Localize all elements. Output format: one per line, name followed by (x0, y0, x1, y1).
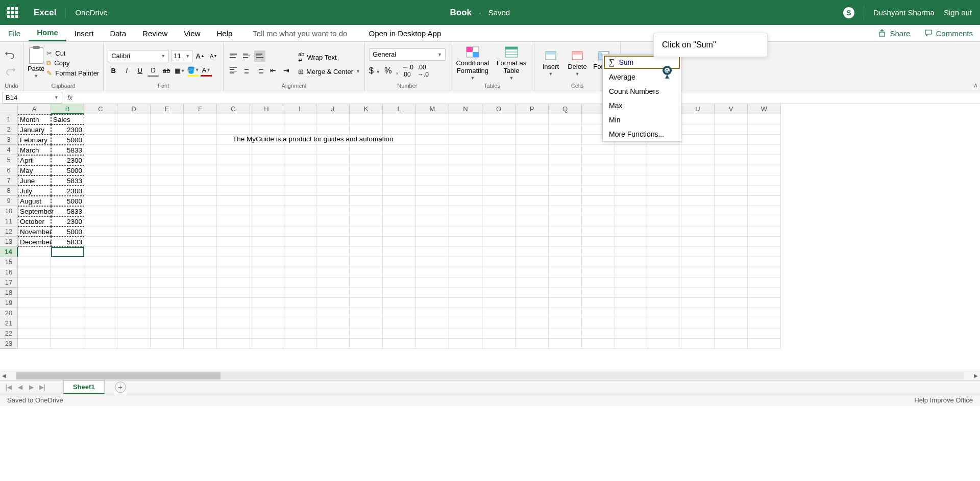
cell[interactable] (482, 328, 516, 339)
conditional-formatting-button[interactable]: Conditional Formatting▼ (454, 46, 491, 81)
cell[interactable] (84, 339, 117, 349)
cell[interactable] (151, 267, 184, 277)
bold-button[interactable]: B (108, 65, 119, 77)
cell[interactable] (549, 186, 582, 196)
cell[interactable] (648, 339, 681, 349)
cell[interactable] (681, 257, 715, 267)
cell[interactable] (449, 165, 482, 175)
cell[interactable] (681, 124, 715, 135)
cell[interactable] (217, 277, 250, 288)
cell[interactable] (84, 124, 117, 135)
cell[interactable] (748, 328, 781, 339)
column-header[interactable]: U (681, 104, 715, 114)
cell[interactable] (449, 257, 482, 267)
cell[interactable] (117, 186, 151, 196)
cell[interactable] (449, 114, 482, 124)
borders-button[interactable]: ▦▼ (174, 65, 185, 77)
cell[interactable] (383, 328, 416, 339)
cell[interactable] (383, 186, 416, 196)
cell[interactable] (117, 135, 151, 145)
cell[interactable] (482, 247, 516, 257)
cell[interactable] (217, 288, 250, 298)
cell[interactable] (316, 216, 350, 226)
cell[interactable] (217, 155, 250, 165)
cell[interactable] (449, 175, 482, 186)
cell[interactable] (51, 339, 84, 349)
cell[interactable] (250, 318, 283, 328)
cell[interactable]: October (18, 216, 51, 226)
cell[interactable] (482, 155, 516, 165)
cell[interactable] (184, 175, 217, 186)
cell[interactable] (748, 196, 781, 206)
cell[interactable] (250, 237, 283, 247)
cell[interactable] (715, 298, 748, 308)
cell[interactable]: December (18, 237, 51, 247)
cell[interactable] (615, 165, 648, 175)
cell[interactable] (250, 206, 283, 216)
cell[interactable] (516, 237, 549, 247)
row-header[interactable]: 11 (0, 216, 18, 226)
app-launcher-icon[interactable] (0, 0, 24, 25)
shrink-font-button[interactable]: A▼ (208, 50, 219, 62)
cell[interactable] (748, 216, 781, 226)
cell[interactable] (516, 206, 549, 216)
row-header[interactable]: 10 (0, 206, 18, 216)
cell[interactable] (84, 216, 117, 226)
cell[interactable] (549, 288, 582, 298)
scroll-left-icon[interactable]: ◀ (0, 373, 8, 378)
cell[interactable] (350, 196, 383, 206)
cell[interactable] (51, 288, 84, 298)
cell[interactable] (482, 196, 516, 206)
cell[interactable] (151, 165, 184, 175)
cell[interactable] (151, 206, 184, 216)
cell[interactable] (383, 318, 416, 328)
cell[interactable] (250, 257, 283, 267)
row-header[interactable]: 19 (0, 298, 18, 308)
cell[interactable] (283, 226, 316, 237)
cell[interactable] (217, 206, 250, 216)
cell[interactable] (151, 114, 184, 124)
cell[interactable] (748, 277, 781, 288)
cell[interactable] (549, 308, 582, 318)
cell[interactable] (316, 288, 350, 298)
cell[interactable] (84, 257, 117, 267)
cell[interactable] (681, 196, 715, 206)
cell[interactable] (681, 175, 715, 186)
cell[interactable] (350, 124, 383, 135)
cell[interactable] (117, 196, 151, 206)
cell[interactable] (681, 135, 715, 145)
align-middle-button[interactable] (241, 50, 252, 62)
cell[interactable] (549, 135, 582, 145)
row-header[interactable]: 20 (0, 308, 18, 318)
accounting-format-button[interactable]: $ ▼ (369, 66, 380, 75)
formula-input[interactable] (76, 92, 980, 104)
cell[interactable] (615, 257, 648, 267)
cell[interactable] (482, 226, 516, 237)
cell[interactable] (715, 247, 748, 257)
cell[interactable] (681, 318, 715, 328)
cell[interactable] (117, 226, 151, 237)
cell[interactable] (482, 135, 516, 145)
cell[interactable] (582, 298, 615, 308)
cell[interactable] (648, 247, 681, 257)
cell[interactable] (151, 186, 184, 196)
cell[interactable] (250, 277, 283, 288)
cell[interactable] (117, 237, 151, 247)
cell[interactable] (582, 288, 615, 298)
cell[interactable] (117, 206, 151, 216)
cell[interactable] (482, 206, 516, 216)
cell[interactable] (748, 308, 781, 318)
cell[interactable] (582, 277, 615, 288)
cell[interactable] (250, 226, 283, 237)
cell[interactable] (715, 226, 748, 237)
cell[interactable] (681, 247, 715, 257)
cell[interactable] (648, 155, 681, 165)
cell[interactable] (151, 277, 184, 288)
cell[interactable] (250, 328, 283, 339)
cell[interactable]: 2300 (51, 155, 84, 165)
cell[interactable] (582, 175, 615, 186)
cell[interactable]: 2300 (51, 186, 84, 196)
row-header[interactable]: 18 (0, 288, 18, 298)
cell[interactable] (383, 175, 416, 186)
cell[interactable] (316, 237, 350, 247)
